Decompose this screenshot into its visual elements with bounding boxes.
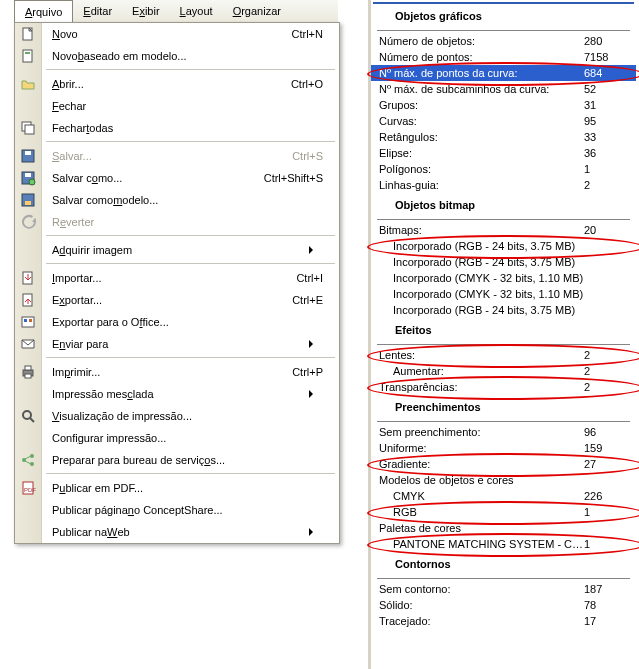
menu-item-label: Publicar na Web <box>42 526 323 538</box>
info-row-label: Paletas de cores <box>379 522 584 534</box>
info-row-value: 1 <box>584 538 628 550</box>
info-row-label: Incorporado (RGB - 24 bits, 3.75 MB) <box>379 240 584 252</box>
menu-item-19[interactable]: Imprimir...Ctrl+P <box>15 361 339 383</box>
menu-item-label: Fechar todas <box>42 122 323 134</box>
menubar: ArquivoEditarExibirLayoutOrganizar <box>14 0 338 23</box>
menu-item-label: Salvar como modelo... <box>42 194 323 206</box>
submenu-arrow-icon <box>309 340 313 348</box>
info-row[interactable]: Lentes:2 <box>371 347 636 363</box>
info-row-value: 27 <box>584 458 628 470</box>
info-row-value: 187 <box>584 583 628 595</box>
info-row[interactable]: Linhas-guia:2 <box>371 177 636 193</box>
info-row[interactable]: Incorporado (RGB - 24 bits, 3.75 MB) <box>371 302 636 318</box>
menu-item-10: Reverter <box>15 211 339 233</box>
info-row-value: 159 <box>584 442 628 454</box>
info-row[interactable]: Incorporado (CMYK - 32 bits, 1.10 MB) <box>371 270 636 286</box>
info-row[interactable]: RGB1 <box>371 504 636 520</box>
info-row[interactable]: Nº máx. de subcaminhos da curva:52 <box>371 81 636 97</box>
info-row[interactable]: Polígonos:1 <box>371 161 636 177</box>
menubar-item-0[interactable]: Arquivo <box>14 0 73 22</box>
menubar-item-3[interactable]: Layout <box>170 0 223 22</box>
info-row[interactable]: Sem contorno:187 <box>371 581 636 597</box>
menu-item-label: Novo <box>42 28 292 40</box>
info-row-label: Gradiente: <box>379 458 584 470</box>
menu-item-15[interactable]: Exportar...Ctrl+E <box>15 289 339 311</box>
menubar-item-2[interactable]: Exibir <box>122 0 170 22</box>
menu-item-9[interactable]: Salvar como modelo... <box>15 189 339 211</box>
panel-separator <box>377 421 630 422</box>
info-row[interactable]: Incorporado (RGB - 24 bits, 3.75 MB) <box>371 238 636 254</box>
info-row-value: 2 <box>584 349 628 361</box>
menu-item-8[interactable]: Salvar como...Ctrl+Shift+S <box>15 167 339 189</box>
info-row[interactable]: Incorporado (CMYK - 32 bits, 1.10 MB) <box>371 286 636 302</box>
info-row-value: 78 <box>584 599 628 611</box>
info-row-label: Sem contorno: <box>379 583 584 595</box>
info-row[interactable]: Nº máx. de pontos da curva:684 <box>371 65 636 81</box>
info-row-label: Tracejado: <box>379 615 584 627</box>
menu-item-14[interactable]: Importar...Ctrl+I <box>15 267 339 289</box>
menubar-item-4[interactable]: Organizar <box>223 0 291 22</box>
info-row[interactable]: Incorporado (RGB - 24 bits, 3.75 MB) <box>371 254 636 270</box>
svg-point-9 <box>29 179 35 185</box>
info-row-value: 95 <box>584 115 628 127</box>
menu-item-1[interactable]: Novo baseado em modelo... <box>15 45 339 67</box>
menu-item-23[interactable]: Preparar para bureau de serviços... <box>15 449 339 471</box>
info-row[interactable]: Modelos de objetos e cores <box>371 472 636 488</box>
menu-separator <box>15 261 339 267</box>
info-row[interactable]: Transparências:2 <box>371 379 636 395</box>
info-row[interactable]: Elipse:36 <box>371 145 636 161</box>
info-row-value: 2 <box>584 365 628 377</box>
new-tpl-icon <box>20 48 36 64</box>
menu-item-label: Configurar impressão... <box>42 432 323 444</box>
info-row[interactable]: Número de objetos:280 <box>371 33 636 49</box>
save-tpl-icon <box>20 192 36 208</box>
menu-separator <box>15 233 339 239</box>
info-row-label: Modelos de objetos e cores <box>379 474 584 486</box>
info-row[interactable]: Sólido:78 <box>371 597 636 613</box>
menu-item-12[interactable]: Adquirir imagem <box>15 239 339 261</box>
info-row-value: 96 <box>584 426 628 438</box>
info-row[interactable]: PANTONE MATCHING SYSTEM - Cor...1 <box>371 536 636 552</box>
menu-item-4[interactable]: Fechar <box>15 95 339 117</box>
info-row[interactable]: Retângulos:33 <box>371 129 636 145</box>
info-row[interactable]: CMYK226 <box>371 488 636 504</box>
info-row-value: 1 <box>584 506 628 518</box>
menu-item-5[interactable]: Fechar todas <box>15 117 339 139</box>
menu-item-0[interactable]: NovoCtrl+N <box>15 23 339 45</box>
info-row-value: 20 <box>584 224 628 236</box>
menu-item-3[interactable]: Abrir...Ctrl+O <box>15 73 339 95</box>
menu-item-20[interactable]: Impressão mesclada <box>15 383 339 405</box>
info-row-label: Número de objetos: <box>379 35 584 47</box>
menu-item-shortcut: Ctrl+P <box>292 366 339 378</box>
info-row-label: Sem preenchimento: <box>379 426 584 438</box>
info-row[interactable]: Aumentar:2 <box>371 363 636 379</box>
info-row[interactable]: Sem preenchimento:96 <box>371 424 636 440</box>
menu-item-16[interactable]: Exportar para o Office... <box>15 311 339 333</box>
info-row[interactable]: Número de pontos:7158 <box>371 49 636 65</box>
print-icon <box>20 364 36 380</box>
info-row[interactable]: Grupos:31 <box>371 97 636 113</box>
info-row-label: Nº máx. de pontos da curva: <box>379 67 584 79</box>
panel-separator <box>377 30 630 31</box>
blank-icon <box>20 98 36 114</box>
info-row[interactable]: Gradiente:27 <box>371 456 636 472</box>
info-row[interactable]: Curvas:95 <box>371 113 636 129</box>
info-row[interactable]: Tracejado:17 <box>371 613 636 629</box>
svg-rect-6 <box>25 151 31 155</box>
menu-item-25[interactable]: PDFPublicar em PDF... <box>15 477 339 499</box>
info-row[interactable]: Bitmaps:20 <box>371 222 636 238</box>
menubar-label: Layout <box>180 5 213 17</box>
menu-item-22[interactable]: Configurar impressão... <box>15 427 339 449</box>
menu-item-label: Enviar para <box>42 338 323 350</box>
menu-item-17[interactable]: Enviar para <box>15 333 339 355</box>
blank-icon <box>20 502 36 518</box>
menu-item-21[interactable]: Visualização de impressão... <box>15 405 339 427</box>
info-row[interactable]: Uniforme:159 <box>371 440 636 456</box>
menu-item-26[interactable]: Publicar página no ConceptShare... <box>15 499 339 521</box>
menubar-item-1[interactable]: Editar <box>73 0 122 22</box>
info-row-label: Uniforme: <box>379 442 584 454</box>
info-row[interactable]: Paletas de cores <box>371 520 636 536</box>
menu-item-label: Publicar página no ConceptShare... <box>42 504 323 516</box>
svg-text:PDF: PDF <box>24 487 36 493</box>
menu-item-27[interactable]: Publicar na Web <box>15 521 339 543</box>
